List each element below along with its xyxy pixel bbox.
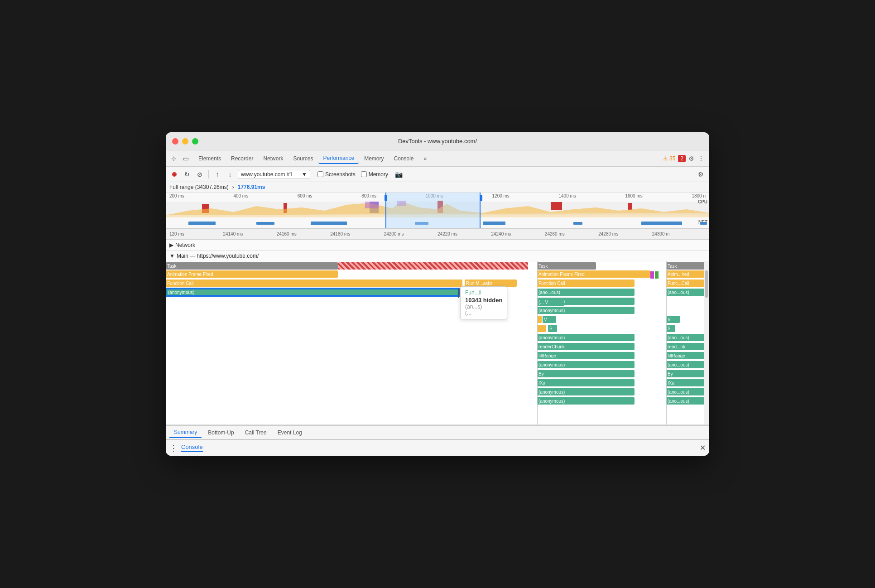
svg-rect-17 [700,222,707,225]
network-label: Network [175,242,195,248]
anonymous-block-1[interactable]: (anonymous) [166,289,460,296]
anon-row2[interactable]: (anonymous) [537,307,635,314]
an-s-block[interactable]: (... V [537,299,564,306]
flame-chart[interactable]: Task Task Task Animation Frame Fired Ani… [166,261,709,424]
tab-bottom-up[interactable]: Bottom-Up [203,428,238,438]
svg-rect-14 [483,222,505,225]
task-block-3[interactable]: Task [666,262,709,270]
selection-handle-right[interactable] [480,195,482,201]
device-icon[interactable]: ▭ [181,154,190,163]
overview-timeline[interactable]: 200 ms 400 ms 600 ms 800 ms 1000 ms 1200… [166,193,709,229]
maximize-button[interactable] [192,138,198,145]
v-block-left[interactable]: V [543,316,556,323]
s-block-right[interactable]: S [666,325,675,332]
window-title: DevTools - www.youtube.com/ [398,138,477,145]
tab-performance[interactable]: Performance [318,153,359,164]
scrollbar-track[interactable] [704,261,709,424]
animation-block-3[interactable]: Anim...ired [666,270,709,278]
s-block-left[interactable]: S [548,325,557,332]
selection-overlay[interactable] [385,193,481,228]
tab-memory[interactable]: Memory [360,154,388,164]
cursor-icon[interactable]: ⊹ [169,154,178,163]
anon-5l[interactable]: (anonymous) [537,397,635,405]
memory-checkbox-label[interactable]: Memory [361,171,388,178]
long-task-block[interactable] [338,262,528,270]
anon-row-3: (anonymous) (ano...ous) [166,361,709,370]
tab-event-log[interactable]: Event Log [273,428,307,438]
upload-button[interactable]: ↑ [212,169,222,179]
clear-button[interactable]: ⊘ [195,169,205,179]
function-block-1[interactable]: Function Call [166,280,462,287]
settings-icon[interactable]: ⚙ [687,154,696,163]
v-row: V V [166,316,709,325]
anonymous-row: (anonymous) Fun...ll (ano...ous) (ano...… [166,289,709,298]
anon-5r[interactable]: (ano...ous) [666,397,709,405]
screenshots-checkbox-label[interactable]: Screenshots [317,171,356,178]
scrollbar-thumb[interactable] [705,270,708,298]
by-r[interactable]: By [666,370,709,377]
devtools-tabs: ⊹ ▭ Elements Recorder Network Sources Pe… [166,150,709,167]
svg-rect-10 [188,222,216,225]
network-section[interactable]: ▶ Network [166,240,709,251]
v-block-right[interactable]: V [666,316,680,323]
minimize-button[interactable] [182,138,188,145]
memory-checkbox[interactable] [361,171,367,177]
anon-3r[interactable]: (ano...ous) [666,361,709,368]
console-label[interactable]: Console [181,443,203,452]
task-row: Task Task Task [166,261,709,270]
tab-call-tree[interactable]: Call Tree [240,428,271,438]
function-block-2[interactable]: Function Call [537,280,635,287]
refresh-button[interactable]: ↻ [182,169,192,179]
fillrange-r[interactable]: fillRange_ [666,352,709,359]
run-microtasks-block[interactable]: Run M...asks [465,280,517,287]
tab-console[interactable]: Console [389,154,418,164]
tab-network[interactable]: Network [259,154,288,164]
fillrange-l[interactable]: fillRange_ [537,352,635,359]
console-close-icon[interactable]: ✕ [700,443,706,452]
task-block-2[interactable]: Task [537,262,596,270]
tab-summary[interactable]: Summary [169,427,202,438]
screenshots-checkbox[interactable] [317,171,323,177]
ov-label-3: 600 ms [298,193,312,198]
tab-recorder[interactable]: Recorder [226,154,258,164]
anonymous-block-3[interactable]: (ano...ous) [666,289,709,296]
anon-row-2: (anonymous) (ano...ous) [166,334,709,343]
record-button[interactable] [169,169,179,179]
console-menu-icon[interactable]: ⋮ [169,443,178,453]
anonymous-block-2[interactable]: (ano...ous) [537,289,635,296]
deep-row-2: (anonymous) [166,307,709,316]
url-select[interactable]: www.youtube.com #1 ▼ [238,170,310,179]
animation-block-2[interactable]: Animation Frame Fired [537,270,650,278]
anon-2r[interactable]: (ano...ous) [666,334,709,341]
render-chunk-l[interactable]: renderChunk_ [537,343,635,350]
close-button[interactable] [172,138,178,145]
by-l[interactable]: By [537,370,635,377]
svg-rect-11 [256,222,274,225]
selection-handle-left[interactable] [385,195,387,201]
anon-2l[interactable]: (anonymous) [537,334,635,341]
v-yellow[interactable] [537,316,542,323]
task-block-1[interactable]: Task [166,262,338,270]
bottom-tabs: Summary Bottom-Up Call Tree Event Log [166,425,709,439]
separator-v2 [666,261,667,424]
cpu-label: CPU [698,199,707,204]
render-chunk-r[interactable]: rend...nk_ [666,343,709,350]
tab-more[interactable]: » [419,154,432,164]
tab-sources[interactable]: Sources [288,154,317,164]
warning-count: 35 [669,155,675,162]
anon-4r[interactable]: (ano...ous) [666,388,709,395]
ixa-l[interactable]: IXa [537,379,635,386]
function-block-3[interactable]: Func...Call [666,280,709,287]
ixa-r[interactable]: IXa [666,379,709,386]
s-yellow[interactable] [537,325,546,332]
settings-gear-icon[interactable]: ⚙ [696,169,706,179]
anon-3l[interactable]: (anonymous) [537,361,635,368]
more-icon[interactable]: ⋮ [697,154,706,163]
fun-ll-block[interactable]: Fun...ll [462,289,487,296]
download-button[interactable]: ↓ [225,169,235,179]
anon-4l[interactable]: (anonymous) [537,388,635,395]
flame-chart-container: Task Task Task Animation Frame Fired Ani… [166,261,709,424]
capture-icon[interactable]: 📷 [394,169,404,179]
animation-block-1[interactable]: Animation Frame Fired [166,270,338,278]
tab-elements[interactable]: Elements [194,154,226,164]
